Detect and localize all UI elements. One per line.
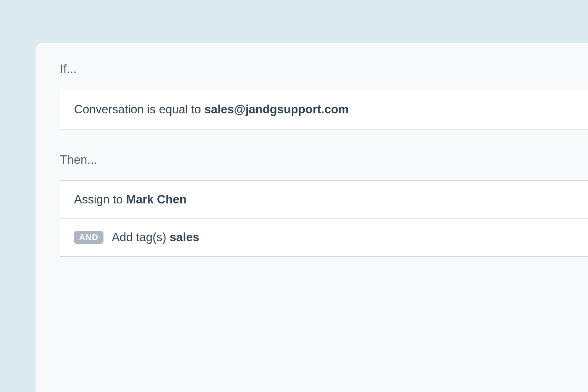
condition-row[interactable]: Conversation is equal to sales@jandgsupp…	[60, 90, 588, 129]
action-prefix: Assign to	[74, 193, 126, 206]
and-operator-badge: AND	[74, 231, 103, 244]
action-value: Mark Chen	[126, 193, 186, 206]
action-prefix: Add tag(s)	[112, 231, 170, 244]
action-row-tag[interactable]: AND Add tag(s) sales	[60, 218, 588, 256]
condition-prefix: Conversation is equal to	[74, 103, 204, 116]
action-row-assign[interactable]: Assign to Mark Chen	[60, 181, 588, 218]
condition-value: sales@jandgsupport.com	[204, 103, 349, 116]
action-text: Assign to Mark Chen	[74, 192, 187, 208]
if-label: If...	[60, 62, 588, 76]
actions-container: Assign to Mark Chen AND Add tag(s) sales	[60, 181, 588, 256]
action-value: sales	[170, 231, 199, 244]
rule-builder-panel: If... Conversation is equal to sales@jan…	[36, 43, 588, 392]
action-text: Add tag(s) sales	[112, 229, 199, 245]
condition-text: Conversation is equal to sales@jandgsupp…	[74, 103, 349, 116]
then-label: Then...	[60, 153, 588, 167]
